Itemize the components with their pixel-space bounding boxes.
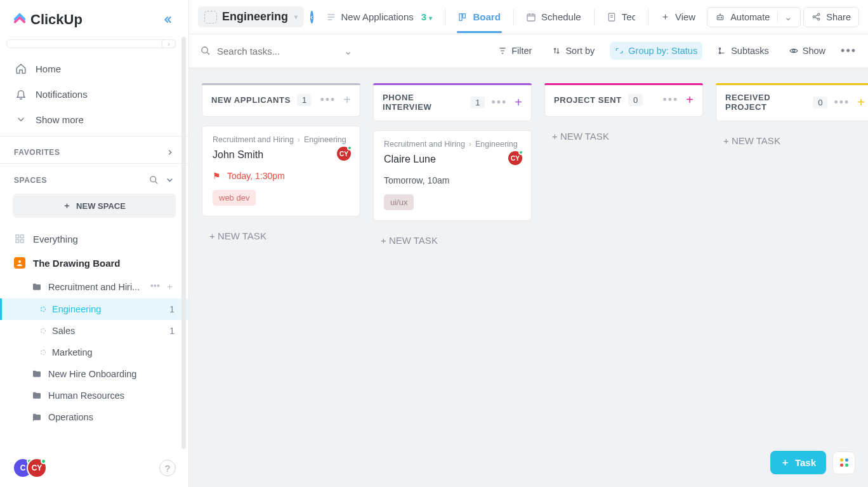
automate-button[interactable]: Automate ⌄ (707, 7, 801, 27)
sort-button[interactable]: Sort by (547, 42, 600, 60)
nav-label: Show more (36, 114, 84, 125)
more-icon[interactable]: ••• (834, 96, 850, 109)
new-task-button[interactable]: + NEW TASK (716, 133, 868, 149)
breadcrumb-list-label: New Applications (341, 11, 414, 22)
new-task-button[interactable]: + NEW TASK (544, 128, 703, 144)
tab-board[interactable]: Board (452, 8, 507, 26)
folder-icon (32, 369, 42, 379)
show-button[interactable]: Show (784, 42, 831, 60)
tab-tech[interactable]: Tech and Engineering App (600, 8, 641, 26)
new-space-label: NEW SPACE (76, 201, 126, 211)
add-view-button[interactable]: ＋ View (654, 7, 702, 27)
space-icon (204, 11, 217, 23)
new-task-button[interactable]: + NEW TASK (202, 228, 360, 244)
assignee-avatar[interactable]: CY (337, 147, 351, 161)
logo-text: ClickUp (30, 11, 82, 28)
board-column: NEW APPLICANTS 1 ••• + Recruitment and H… (202, 83, 360, 244)
subtasks-label: Subtasks (731, 46, 769, 56)
task-card[interactable]: Recruitment and Hiring › Engineering Joh… (202, 126, 360, 217)
folder-icon (32, 390, 42, 401)
tab-label: Board (473, 11, 501, 22)
plus-icon[interactable]: + (343, 93, 351, 107)
svg-point-12 (721, 17, 722, 18)
list-icon (326, 12, 336, 22)
more-icon[interactable]: ••• (150, 281, 160, 293)
group-by-button[interactable]: Group by: Status (610, 42, 702, 60)
column-header[interactable]: PROJECT SENT 0 ••• + (544, 83, 703, 117)
chevron-down-icon: ▾ (429, 15, 432, 22)
search-input[interactable] (217, 46, 338, 57)
more-icon[interactable]: ••• (491, 96, 507, 109)
svg-rect-6 (459, 13, 462, 20)
nav-notifications[interactable]: Notifications (0, 81, 188, 107)
svg-point-16 (202, 47, 207, 53)
share-label: Share (826, 12, 851, 22)
share-icon (812, 12, 821, 22)
avatar-stack[interactable]: C CY (13, 458, 47, 478)
new-task-button[interactable]: + NEW TASK (373, 232, 532, 248)
chevron-right-icon: › (298, 135, 300, 144)
chevron-down-icon[interactable]: ⌄ (777, 12, 792, 22)
task-card[interactable]: Recruitment and Hiring › Engineering Cla… (373, 130, 532, 221)
tab-schedule[interactable]: Schedule (520, 8, 588, 26)
filter-button[interactable]: Filter (493, 42, 537, 60)
column-header[interactable]: PHONE INTERVIEW 1 ••• + (373, 83, 532, 121)
fab-label: Task (795, 457, 816, 468)
nav-section: Home Notifications Show more (0, 52, 188, 136)
folder-row-recruitment[interactable]: Recruitment and Hiri... ••• ＋ (0, 275, 188, 298)
more-icon[interactable]: ••• (841, 44, 857, 58)
avatar[interactable]: CY (27, 458, 47, 478)
list-row-marketing[interactable]: Marketing (0, 342, 188, 363)
breadcrumb-space[interactable]: Engineering ▾ (198, 6, 304, 27)
folder-row-onboarding[interactable]: New Hire Onboarding (0, 363, 188, 385)
sidebar-collapse-button[interactable] (159, 11, 176, 28)
card-title: Claire Lune (384, 154, 521, 165)
subtasks-button[interactable]: Subtasks (713, 42, 774, 60)
plus-icon[interactable]: + (515, 95, 522, 110)
search-wrap[interactable]: ⌄ (201, 45, 340, 57)
apps-button[interactable] (832, 451, 855, 474)
share-button[interactable]: Share (803, 7, 859, 27)
folder-row-hr[interactable]: Human Resources (0, 385, 188, 406)
help-button[interactable]: ? (159, 460, 176, 476)
svg-rect-1 (16, 235, 19, 238)
nav-home[interactable]: Home (0, 56, 188, 81)
chevron-down-icon[interactable] (165, 175, 174, 185)
logo[interactable]: ClickUp (13, 11, 82, 28)
plus-icon[interactable]: + (857, 95, 865, 110)
tag[interactable]: ui/ux (384, 194, 414, 210)
more-icon[interactable]: ••• (662, 93, 678, 107)
list-row-engineering[interactable]: Engineering 1 (0, 298, 188, 320)
chevron-down-icon[interactable]: ⌄ (344, 45, 352, 57)
nav-show-more[interactable]: Show more (0, 107, 188, 132)
tag[interactable]: web dev (213, 190, 256, 206)
breadcrumb-list[interactable]: New Applications 3 ▾ (320, 8, 439, 26)
list-row-sales[interactable]: Sales 1 (0, 320, 188, 342)
new-task-fab[interactable]: ＋ Task (770, 451, 826, 474)
svg-point-11 (719, 17, 720, 18)
new-space-button[interactable]: ＋ NEW SPACE (13, 194, 176, 218)
space-row[interactable]: The Drawing Board (0, 251, 188, 275)
plus-icon[interactable]: ＋ (165, 281, 174, 293)
due-date[interactable]: Tomorrow, 10am (384, 175, 521, 185)
favorites-header[interactable]: FAVORITES (0, 137, 188, 163)
search-icon[interactable] (149, 175, 159, 185)
assignee-avatar[interactable]: CY (508, 151, 522, 165)
column-header[interactable]: RECEIVED PROJECT 0 ••• + (716, 83, 868, 121)
scrollbar[interactable] (181, 37, 186, 449)
sidebar-workspace-selector[interactable]: › (6, 39, 176, 48)
folder-row-operations[interactable]: Operations (0, 406, 188, 428)
subtasks-icon (718, 46, 727, 55)
automate-label: Automate (730, 12, 770, 22)
more-icon[interactable]: ••• (320, 93, 336, 107)
due-date[interactable]: ⚑ Today, 1:30pm (213, 171, 350, 181)
plus-icon[interactable]: + (686, 93, 694, 107)
column-header[interactable]: NEW APPLICANTS 1 ••• + (202, 83, 360, 117)
folder-label: Human Resources (48, 390, 124, 401)
group-icon (615, 46, 624, 55)
plus-icon: ＋ (63, 200, 71, 211)
board-column: PHONE INTERVIEW 1 ••• + Recruitment and … (373, 83, 532, 248)
breadcrumb-back-button[interactable]: ‹ (310, 11, 313, 23)
everything-row[interactable]: Everything (0, 227, 188, 251)
list-label: Engineering (52, 304, 101, 314)
